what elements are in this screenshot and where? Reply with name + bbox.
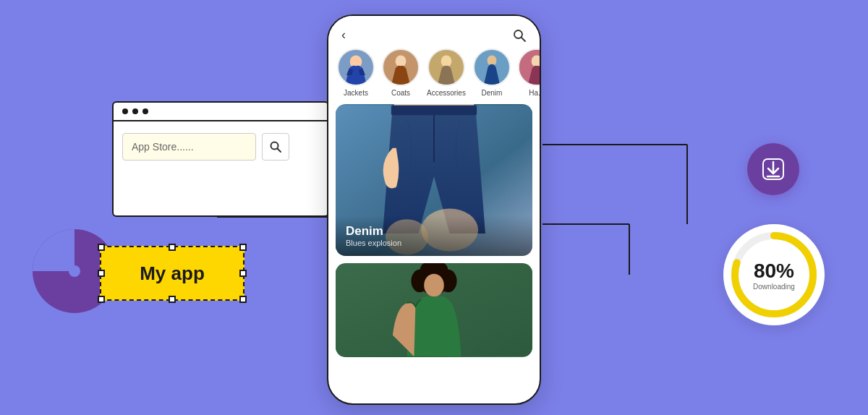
phone-header: ‹ bbox=[328, 16, 540, 48]
svg-point-18 bbox=[441, 55, 452, 67]
category-circle-denim bbox=[473, 48, 511, 86]
category-label-denim: Denim bbox=[481, 89, 502, 97]
svg-rect-25 bbox=[391, 106, 477, 116]
svg-point-20 bbox=[487, 55, 496, 66]
progress-text: 80% Downloading bbox=[753, 260, 795, 291]
browser-dot-2 bbox=[132, 108, 138, 114]
search-icon bbox=[269, 140, 282, 153]
category-jackets[interactable]: Jackets bbox=[337, 48, 375, 97]
svg-point-8 bbox=[69, 265, 80, 277]
phone-search-icon[interactable] bbox=[512, 28, 527, 43]
category-label-hats: Ha... bbox=[529, 89, 540, 97]
category-coats[interactable]: Coats bbox=[382, 48, 420, 97]
denim-card-title: Denim bbox=[346, 224, 522, 239]
phone-mockup: ‹ Jackets bbox=[327, 14, 541, 405]
search-placeholder-text: App Store...... bbox=[132, 141, 194, 153]
denim-card-overlay: Denim Blues explosion bbox=[336, 215, 532, 256]
product-card-denim[interactable]: Denim Blues explosion bbox=[336, 104, 532, 256]
green-figure bbox=[336, 263, 532, 357]
selection-handle-mr[interactable] bbox=[239, 270, 247, 277]
browser-dot-1 bbox=[122, 108, 128, 114]
download-icon bbox=[760, 156, 786, 182]
category-circle-hats bbox=[518, 48, 540, 86]
svg-line-10 bbox=[278, 149, 281, 153]
browser-body: App Store...... bbox=[114, 121, 328, 172]
browser-dot-3 bbox=[142, 108, 148, 114]
svg-point-11 bbox=[514, 30, 522, 38]
svg-line-12 bbox=[522, 38, 525, 41]
selection-handle-tl[interactable] bbox=[98, 244, 105, 251]
selection-handle-tm[interactable] bbox=[169, 244, 176, 251]
category-circle-accessories bbox=[427, 48, 465, 86]
category-circle-jackets bbox=[337, 48, 375, 86]
categories-row: Jackets Coats Accessories bbox=[328, 48, 540, 104]
green-card-image bbox=[336, 263, 532, 357]
selection-handle-bl[interactable] bbox=[98, 296, 105, 303]
category-accessories[interactable]: Accessories bbox=[427, 48, 466, 97]
svg-point-16 bbox=[396, 55, 407, 67]
selection-handle-ml[interactable] bbox=[98, 270, 105, 277]
app-store-search-bar: App Store...... bbox=[122, 133, 256, 161]
selection-handle-tr[interactable] bbox=[239, 244, 247, 251]
category-label-coats: Coats bbox=[391, 89, 410, 97]
browser-window: App Store...... bbox=[112, 101, 329, 217]
search-button[interactable] bbox=[262, 133, 289, 161]
selection-handle-bm[interactable] bbox=[169, 296, 176, 303]
product-card-green[interactable] bbox=[336, 263, 532, 357]
category-hats[interactable]: Ha... bbox=[518, 48, 540, 97]
download-button[interactable] bbox=[747, 143, 799, 195]
progress-ring-container: 80% Downloading bbox=[723, 224, 825, 325]
denim-card-image: Denim Blues explosion bbox=[336, 104, 532, 256]
category-circle-coats bbox=[382, 48, 420, 86]
category-denim[interactable]: Denim bbox=[473, 48, 511, 97]
selection-handle-br[interactable] bbox=[239, 296, 247, 303]
selection-border bbox=[100, 246, 244, 301]
progress-label: Downloading bbox=[753, 283, 795, 291]
svg-point-34 bbox=[424, 274, 444, 297]
denim-card-subtitle: Blues explosion bbox=[346, 239, 522, 247]
category-label-accessories: Accessories bbox=[427, 89, 466, 97]
category-label-jackets: Jackets bbox=[344, 89, 368, 97]
my-app-container: My app bbox=[100, 246, 244, 301]
back-button[interactable]: ‹ bbox=[341, 27, 346, 43]
progress-percent: 80% bbox=[753, 260, 795, 283]
browser-titlebar bbox=[114, 103, 328, 121]
